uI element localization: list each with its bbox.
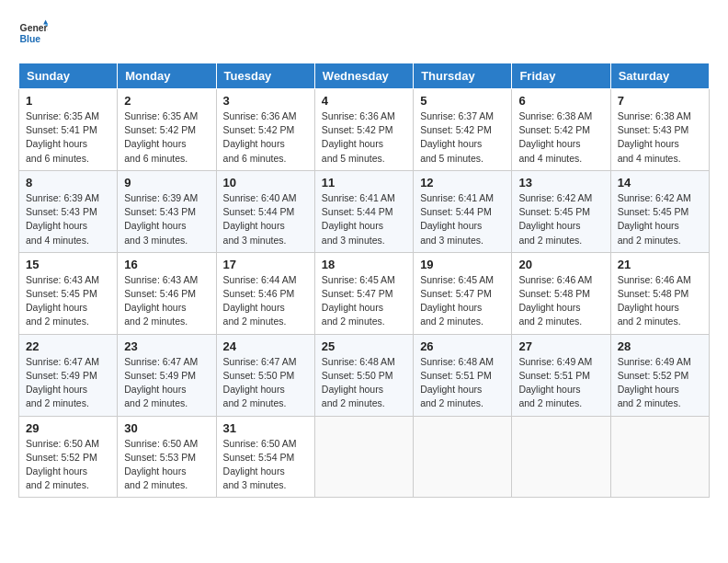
week-row: 1 Sunrise: 6:35 AM Sunset: 5:41 PM Dayli…	[19, 89, 710, 171]
day-info: Sunrise: 6:38 AM Sunset: 5:43 PM Dayligh…	[618, 109, 702, 166]
day-number: 15	[26, 258, 110, 271]
svg-text:Blue: Blue	[20, 34, 41, 44]
calendar-cell: 21 Sunrise: 6:46 AM Sunset: 5:48 PM Dayl…	[610, 252, 709, 334]
day-info: Sunrise: 6:41 AM Sunset: 5:44 PM Dayligh…	[322, 191, 406, 247]
day-number: 5	[420, 94, 505, 108]
day-number: 23	[124, 339, 209, 353]
logo-icon: General Blue	[18, 18, 48, 48]
week-row: 22 Sunrise: 6:47 AM Sunset: 5:49 PM Dayl…	[19, 334, 710, 416]
calendar-cell	[512, 416, 610, 498]
calendar-cell: 30 Sunrise: 6:50 AM Sunset: 5:53 PM Dayl…	[118, 416, 216, 498]
day-header-saturday: Saturday	[610, 63, 709, 89]
svg-text:General: General	[20, 23, 48, 33]
calendar-cell: 27 Sunrise: 6:49 AM Sunset: 5:51 PM Dayl…	[512, 334, 610, 416]
calendar-cell: 8 Sunrise: 6:39 AM Sunset: 5:43 PM Dayli…	[19, 170, 118, 252]
calendar-cell: 23 Sunrise: 6:47 AM Sunset: 5:49 PM Dayl…	[118, 334, 216, 416]
day-number: 14	[618, 176, 702, 190]
day-number: 3	[223, 94, 308, 108]
calendar-cell: 17 Sunrise: 6:44 AM Sunset: 5:46 PM Dayl…	[216, 252, 314, 334]
week-row: 29 Sunrise: 6:50 AM Sunset: 5:52 PM Dayl…	[19, 416, 710, 498]
day-info: Sunrise: 6:43 AM Sunset: 5:46 PM Dayligh…	[124, 273, 209, 329]
day-number: 26	[420, 339, 505, 353]
day-info: Sunrise: 6:48 AM Sunset: 5:50 PM Dayligh…	[322, 355, 406, 411]
page-header: General Blue	[18, 18, 710, 48]
calendar-cell: 2 Sunrise: 6:35 AM Sunset: 5:42 PM Dayli…	[118, 89, 216, 171]
calendar-cell: 3 Sunrise: 6:36 AM Sunset: 5:42 PM Dayli…	[216, 89, 314, 171]
day-number: 1	[26, 94, 110, 108]
calendar-cell: 28 Sunrise: 6:49 AM Sunset: 5:52 PM Dayl…	[610, 334, 709, 416]
day-info: Sunrise: 6:36 AM Sunset: 5:42 PM Dayligh…	[322, 109, 406, 166]
calendar-cell: 26 Sunrise: 6:48 AM Sunset: 5:51 PM Dayl…	[414, 334, 512, 416]
day-header-sunday: Sunday	[19, 63, 118, 89]
day-info: Sunrise: 6:46 AM Sunset: 5:48 PM Dayligh…	[518, 273, 603, 329]
day-info: Sunrise: 6:39 AM Sunset: 5:43 PM Dayligh…	[26, 191, 110, 247]
day-number: 27	[518, 339, 603, 353]
day-number: 30	[124, 421, 209, 435]
calendar-cell	[314, 416, 413, 498]
calendar-cell: 24 Sunrise: 6:47 AM Sunset: 5:50 PM Dayl…	[216, 334, 314, 416]
calendar-cell	[610, 416, 709, 498]
day-header-tuesday: Tuesday	[216, 63, 314, 89]
day-info: Sunrise: 6:42 AM Sunset: 5:45 PM Dayligh…	[618, 191, 702, 247]
day-number: 21	[618, 258, 702, 271]
day-info: Sunrise: 6:47 AM Sunset: 5:50 PM Dayligh…	[223, 355, 308, 411]
day-info: Sunrise: 6:50 AM Sunset: 5:53 PM Dayligh…	[124, 437, 209, 493]
calendar-cell: 20 Sunrise: 6:46 AM Sunset: 5:48 PM Dayl…	[512, 252, 610, 334]
day-number: 10	[223, 176, 308, 190]
day-number: 12	[420, 176, 505, 190]
day-info: Sunrise: 6:50 AM Sunset: 5:52 PM Dayligh…	[26, 437, 110, 493]
logo: General Blue	[18, 18, 48, 48]
calendar-cell: 19 Sunrise: 6:45 AM Sunset: 5:47 PM Dayl…	[414, 252, 512, 334]
day-info: Sunrise: 6:46 AM Sunset: 5:48 PM Dayligh…	[618, 273, 702, 329]
day-number: 6	[518, 94, 603, 108]
calendar-cell	[414, 416, 512, 498]
day-info: Sunrise: 6:42 AM Sunset: 5:45 PM Dayligh…	[518, 191, 603, 247]
day-info: Sunrise: 6:48 AM Sunset: 5:51 PM Dayligh…	[420, 355, 505, 411]
day-info: Sunrise: 6:35 AM Sunset: 5:41 PM Dayligh…	[26, 109, 110, 166]
day-number: 2	[124, 94, 209, 108]
calendar-cell: 13 Sunrise: 6:42 AM Sunset: 5:45 PM Dayl…	[512, 170, 610, 252]
day-header-thursday: Thursday	[414, 63, 512, 89]
day-header-monday: Monday	[118, 63, 216, 89]
day-number: 4	[322, 94, 406, 108]
day-number: 9	[124, 176, 209, 190]
calendar-cell: 7 Sunrise: 6:38 AM Sunset: 5:43 PM Dayli…	[610, 89, 709, 171]
day-number: 22	[26, 339, 110, 353]
day-info: Sunrise: 6:44 AM Sunset: 5:46 PM Dayligh…	[223, 273, 308, 329]
calendar-cell: 31 Sunrise: 6:50 AM Sunset: 5:54 PM Dayl…	[216, 416, 314, 498]
day-info: Sunrise: 6:35 AM Sunset: 5:42 PM Dayligh…	[124, 109, 209, 166]
day-number: 17	[223, 258, 308, 271]
day-info: Sunrise: 6:36 AM Sunset: 5:42 PM Dayligh…	[223, 109, 308, 166]
day-info: Sunrise: 6:45 AM Sunset: 5:47 PM Dayligh…	[420, 273, 505, 329]
day-info: Sunrise: 6:50 AM Sunset: 5:54 PM Dayligh…	[223, 437, 308, 493]
week-row: 8 Sunrise: 6:39 AM Sunset: 5:43 PM Dayli…	[19, 170, 710, 252]
day-number: 8	[26, 176, 110, 190]
calendar-cell: 1 Sunrise: 6:35 AM Sunset: 5:41 PM Dayli…	[19, 89, 118, 171]
day-info: Sunrise: 6:41 AM Sunset: 5:44 PM Dayligh…	[420, 191, 505, 247]
day-info: Sunrise: 6:49 AM Sunset: 5:51 PM Dayligh…	[518, 355, 603, 411]
calendar-cell: 10 Sunrise: 6:40 AM Sunset: 5:44 PM Dayl…	[216, 170, 314, 252]
day-number: 11	[322, 176, 406, 190]
day-number: 20	[518, 258, 603, 271]
day-number: 24	[223, 339, 308, 353]
calendar-cell: 14 Sunrise: 6:42 AM Sunset: 5:45 PM Dayl…	[610, 170, 709, 252]
day-number: 16	[124, 258, 209, 271]
day-info: Sunrise: 6:45 AM Sunset: 5:47 PM Dayligh…	[322, 273, 406, 329]
calendar-cell: 4 Sunrise: 6:36 AM Sunset: 5:42 PM Dayli…	[314, 89, 413, 171]
day-info: Sunrise: 6:39 AM Sunset: 5:43 PM Dayligh…	[124, 191, 209, 247]
calendar-cell: 11 Sunrise: 6:41 AM Sunset: 5:44 PM Dayl…	[314, 170, 413, 252]
week-row: 15 Sunrise: 6:43 AM Sunset: 5:45 PM Dayl…	[19, 252, 710, 334]
day-info: Sunrise: 6:47 AM Sunset: 5:49 PM Dayligh…	[26, 355, 110, 411]
calendar-cell: 25 Sunrise: 6:48 AM Sunset: 5:50 PM Dayl…	[314, 334, 413, 416]
calendar-body: 1 Sunrise: 6:35 AM Sunset: 5:41 PM Dayli…	[19, 89, 710, 498]
day-number: 28	[618, 339, 702, 353]
calendar-cell: 15 Sunrise: 6:43 AM Sunset: 5:45 PM Dayl…	[19, 252, 118, 334]
calendar-cell: 12 Sunrise: 6:41 AM Sunset: 5:44 PM Dayl…	[414, 170, 512, 252]
day-number: 7	[618, 94, 702, 108]
day-info: Sunrise: 6:49 AM Sunset: 5:52 PM Dayligh…	[618, 355, 702, 411]
calendar-cell: 16 Sunrise: 6:43 AM Sunset: 5:46 PM Dayl…	[118, 252, 216, 334]
day-number: 19	[420, 258, 505, 271]
calendar-cell: 9 Sunrise: 6:39 AM Sunset: 5:43 PM Dayli…	[118, 170, 216, 252]
day-info: Sunrise: 6:47 AM Sunset: 5:49 PM Dayligh…	[124, 355, 209, 411]
calendar-cell: 18 Sunrise: 6:45 AM Sunset: 5:47 PM Dayl…	[314, 252, 413, 334]
